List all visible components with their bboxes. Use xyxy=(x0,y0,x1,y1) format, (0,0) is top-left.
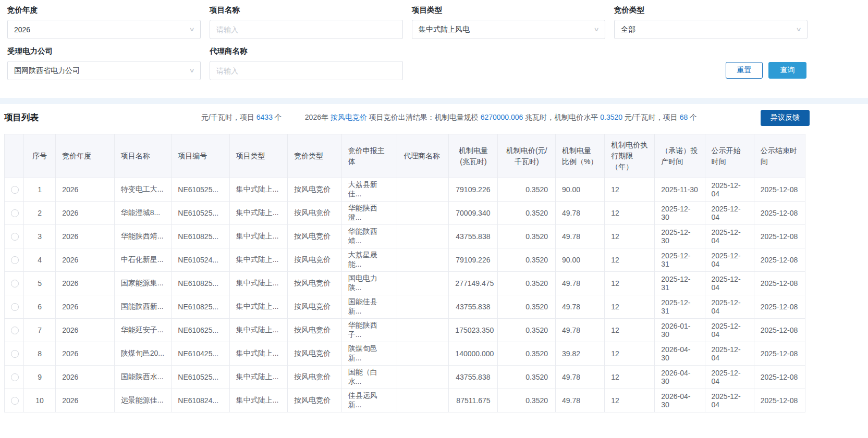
table-cell: 0.3520 xyxy=(498,248,556,272)
table-cell: 49.78 xyxy=(556,295,605,319)
column-header: 项目类型 xyxy=(229,134,288,178)
row-radio[interactable] xyxy=(11,397,19,405)
row-radio[interactable] xyxy=(11,350,19,358)
table-cell: 3 xyxy=(23,225,55,248)
table-cell: NE610825... xyxy=(172,295,230,319)
stats-segment: 元/千瓦时，项目 xyxy=(622,113,680,121)
column-header: （承诺）投产时间 xyxy=(655,134,705,178)
column-header: 机制电价(元/千瓦时) xyxy=(498,134,556,178)
table-cell: 2026-04-30 xyxy=(655,389,705,412)
field-bid-type: 竞价类型 全部 ∨ xyxy=(614,5,808,39)
reset-button[interactable]: 重置 xyxy=(726,62,763,79)
table-header-row: 序号竞价年度项目名称项目编号项目类型竞价类型竞价申报主体代理商名称机制电量(兆瓦… xyxy=(5,134,805,178)
table-cell: 华能陕西澄... xyxy=(341,202,397,225)
table-row: 22026华能澄城8...NE610525...集中式陆上...按风电竞价华能陕… xyxy=(5,202,805,225)
column-header: 竞价年度 xyxy=(56,134,115,178)
table-cell: 2025-12-31 xyxy=(655,272,705,295)
table-cell: 43755.838 xyxy=(449,225,498,248)
bid-type-select[interactable]: 全部 ∨ xyxy=(614,20,808,39)
agent-name-input[interactable] xyxy=(216,67,396,75)
project-type-select[interactable]: 集中式陆上风电 ∨ xyxy=(412,20,605,39)
power-company-select[interactable]: 国网陕西省电力公司 ∨ xyxy=(7,61,201,80)
table-row: 42026中石化新星...NE610524...集中式陆上...按风电竞价大荔星… xyxy=(5,248,805,272)
table-cell: 6 xyxy=(23,295,55,319)
table-cell: 2025-12-08 xyxy=(754,295,805,319)
table-cell: 49.78 xyxy=(556,366,605,389)
table-row: 52026国家能源集...NE610825...集中式陆上...按风电竞价国电电… xyxy=(5,272,805,295)
table-cell: 按风电竞价 xyxy=(288,248,341,272)
table-cell: NE610525... xyxy=(172,202,230,225)
column-header: 代理商名称 xyxy=(397,134,449,178)
select-column-header xyxy=(5,134,24,178)
stats-text: 元/千瓦时，项目 xyxy=(201,113,256,121)
project-type-value: 集中式陆上风电 xyxy=(419,25,470,34)
chevron-down-icon: ∨ xyxy=(593,26,599,32)
table-cell: 2025-12-04 xyxy=(705,342,754,366)
row-select-cell xyxy=(5,342,24,366)
table-cell: 277149.475 xyxy=(449,272,498,295)
table-cell: 0.3520 xyxy=(498,389,556,412)
table-cell: 2025-12-08 xyxy=(754,319,805,342)
table-cell xyxy=(397,272,449,295)
query-button[interactable]: 查询 xyxy=(768,62,806,79)
bid-year-value: 2026 xyxy=(14,26,30,34)
table-cell: 5 xyxy=(23,272,55,295)
chevron-down-icon: ∨ xyxy=(796,26,801,32)
power-company-value: 国网陕西省电力公司 xyxy=(14,66,80,76)
table-cell: 2026-04-30 xyxy=(655,366,705,389)
project-count: 6433 xyxy=(256,113,273,121)
table-cell: 87511.675 xyxy=(449,389,498,412)
table-cell: 按风电竞价 xyxy=(288,225,341,248)
row-radio[interactable] xyxy=(11,186,19,194)
project-type-label: 项目类型 xyxy=(412,5,605,15)
column-header: 序号 xyxy=(23,134,55,178)
project-name-input[interactable] xyxy=(216,26,396,34)
table-cell: 49.78 xyxy=(556,272,605,295)
column-header: 机制电价执行期限（年） xyxy=(605,134,655,178)
row-radio[interactable] xyxy=(11,303,19,311)
wind-bid-link[interactable]: 按风电竞价 xyxy=(331,113,367,121)
table-cell: 2025-12-04 xyxy=(705,272,754,295)
table-cell xyxy=(397,366,449,389)
table-cell xyxy=(397,342,449,366)
table-cell: 集中式陆上... xyxy=(229,178,288,202)
chevron-down-icon: ∨ xyxy=(189,67,194,73)
table-cell: 按风电竞价 xyxy=(288,295,341,319)
table-cell xyxy=(397,202,449,225)
table-cell: 0.3520 xyxy=(498,319,556,342)
chevron-down-icon: ∨ xyxy=(189,26,194,32)
table-cell: 12 xyxy=(605,319,655,342)
table-cell: 12 xyxy=(605,366,655,389)
table-cell: 2026 xyxy=(56,342,115,366)
row-radio[interactable] xyxy=(11,233,19,241)
row-radio[interactable] xyxy=(11,256,19,264)
table-cell: 2025-12-04 xyxy=(705,178,754,202)
column-header: 竞价类型 xyxy=(288,134,341,178)
table-cell: 79109.226 xyxy=(449,178,498,202)
table-row: 12026特变电工大...NE610525...集中式陆上...按风电竞价大荔县… xyxy=(5,178,805,202)
table-cell: 2025-12-04 xyxy=(705,225,754,248)
table-cell: 集中式陆上... xyxy=(229,225,288,248)
bid-year-select[interactable]: 2026 ∨ xyxy=(7,20,201,39)
table-cell: 2026 xyxy=(56,272,115,295)
table-cell: 70009.340 xyxy=(449,202,498,225)
row-radio[interactable] xyxy=(11,373,19,381)
table-cell: 2025-12-04 xyxy=(705,319,754,342)
dispute-feedback-button[interactable]: 异议反馈 xyxy=(761,110,810,126)
table-cell xyxy=(397,389,449,412)
row-radio[interactable] xyxy=(11,280,19,287)
field-bid-year: 竞价年度 2026 ∨ xyxy=(7,5,201,39)
row-radio[interactable] xyxy=(11,327,19,334)
table-cell: 2025-12-30 xyxy=(655,225,705,248)
table-cell: 0.3520 xyxy=(498,342,556,366)
stats-unit: 个 xyxy=(273,113,282,121)
project-name-field xyxy=(210,20,403,39)
row-radio[interactable] xyxy=(11,209,19,217)
table-cell: 12 xyxy=(605,272,655,295)
table-cell: 79109.226 xyxy=(449,248,498,272)
table-cell: 2026 xyxy=(56,178,115,202)
table-cell: 49.78 xyxy=(556,225,605,248)
table-cell: 2025-12-04 xyxy=(705,248,754,272)
table-cell: 中石化新星... xyxy=(114,248,171,272)
table-row: 82026陕煤旬邑20...NE610425...集中式陆上...按风电竞价陕煤… xyxy=(5,342,805,366)
